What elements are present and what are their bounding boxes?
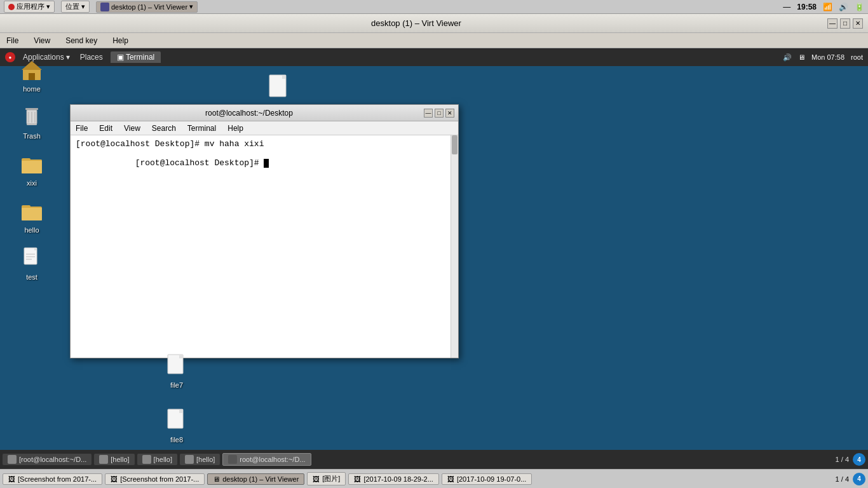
term-edit-menu[interactable]: Edit [97,123,115,133]
terminal-close-btn[interactable]: ✕ [445,109,454,118]
virt-tab-btn[interactable]: desktop (1) – Virt Viewer ▾ [96,1,198,13]
guest-task-terminal-active[interactable]: root@localhost:~/D... [222,453,311,466]
task-label-5: root@localhost:~/D... [240,456,305,463]
term-view-menu[interactable]: View [121,123,143,133]
svg-rect-33 [179,409,183,413]
virt-file-menu[interactable]: File [3,35,22,46]
virt-title: desktop (1) – Virt Viewer [5,18,827,28]
guest-task-hello2[interactable]: [hello] [137,454,177,465]
host-app-menu[interactable]: 应用程序 ▾ [4,1,55,13]
terminal-window[interactable]: root@localhost:~/Desktop — □ ✕ File Edit… [70,104,459,358]
virt-view-menu[interactable]: View [30,35,54,46]
desktop-icon-hello[interactable]: hello [6,196,57,236]
terminal-line-1: [root@localhost Desktop]# mv haha xixi [76,139,453,149]
host-task-label-5: [2017-10-09 18-29-2... [363,475,433,483]
bottom-desktop-icons: file7 file8 [165,353,188,444]
host-minimize-icon: — [783,3,790,11]
scroll-thumb[interactable] [452,135,458,154]
guest-taskbar: [root@localhost:~/D... [hello] [hello] [… [0,450,868,469]
host-task-screenshot4[interactable]: 🖼 [2017-10-09 19-07-0... [442,473,532,485]
host-task-image[interactable]: 🖼 [图片] [307,472,346,485]
task-label-1: [root@localhost:~/D... [19,456,86,463]
host-task-icon-2: 🖼 [111,475,118,483]
host-places-label: 位置 [65,2,79,11]
virt-maximize-btn[interactable]: □ [840,18,850,29]
terminal-line-2: [root@localhost Desktop]# [76,149,453,177]
guest-terminal-tab[interactable]: ▣ Terminal [111,51,161,63]
virt-tab-arrow: ▾ [189,3,193,11]
terminal-body[interactable]: [root@localhost Desktop]# mv haha xixi [… [71,135,458,358]
guest-volume-icon[interactable]: 🔊 [783,53,792,62]
host-clock: 19:58 [797,3,817,11]
virt-sendkey-menu[interactable]: Send key [62,35,101,46]
guest-page-indicator: 1 / 4 [836,456,849,463]
host-app-label: 应用程序 [17,2,44,11]
svg-marker-2 [22,61,42,70]
xixi-folder-icon [19,151,44,177]
guest-display-icon[interactable]: 🖥 [798,53,805,61]
term-search-menu[interactable]: Search [149,123,179,133]
file8-label: file8 [170,436,183,444]
host-task-icon-4: 🖼 [313,475,320,483]
home-icon-label: home [23,85,41,93]
terminal-title: root@localhost:~/Desktop [74,109,424,118]
home-icon [19,57,44,83]
task-icon-4 [185,455,194,464]
guest-desktop[interactable]: ● Applications ▾ Places ▣ Terminal 🔊 [0,48,868,469]
desktop-unnamed-file[interactable] [267,74,292,102]
file7-label: file7 [170,381,183,389]
virt-viewer-window: 应用程序 ▾ 位置 ▾ desktop (1) – Virt Viewer ▾ … [0,0,868,488]
desktop-icon-trash[interactable]: Trash [6,102,57,142]
places-arrow: ▾ [81,3,85,11]
desktop-icon-home[interactable]: home [6,55,57,95]
host-places-menu[interactable]: 位置 ▾ [61,1,90,13]
terminal-minimize-btn[interactable]: — [424,109,433,118]
xixi-icon-label: xixi [27,179,37,187]
desktop-icon-file7[interactable]: file7 [165,353,188,389]
term-terminal-menu[interactable]: Terminal [185,123,219,133]
host-wifi-icon: 📶 [823,3,832,11]
guest-task-terminal1[interactable]: [root@localhost:~/D... [3,454,92,465]
terminal-scrollbar[interactable] [451,135,458,358]
virt-minimize-btn[interactable]: — [827,18,837,29]
host-task-screenshot1[interactable]: 🖼 [Screenshot from 2017-... [3,473,102,485]
vm-content: ● Applications ▾ Places ▣ Terminal 🔊 [0,48,868,469]
guest-user: root [851,53,863,61]
task-icon-5 [228,455,237,464]
virt-close-btn[interactable]: ✕ [853,18,863,29]
host-task-icon-5: 🖼 [354,475,361,483]
task-icon-3 [142,455,151,464]
desktop-icon-xixi[interactable]: xixi [6,149,57,189]
host-task-label-2: [Screenshot from 2017-... [120,475,199,483]
test-file-icon [19,245,44,271]
host-workspace-circle[interactable]: 4 [853,473,865,485]
host-task-icon-3: 🖥 [213,475,220,483]
terminal-icon-small: ▣ [117,53,124,62]
host-task-screenshot2[interactable]: 🖼 [Screenshot from 2017-... [105,473,205,485]
terminal-maximize-btn[interactable]: □ [435,109,444,118]
host-task-label-3: desktop (1) – Virt Viewer [222,475,299,483]
guest-workspace-circle[interactable]: 4 [853,453,865,466]
terminal-menubar: File Edit View Search Terminal Help [71,121,458,135]
host-task-label-1: [Screenshot from 2017-... [18,475,97,483]
guest-task-hello3[interactable]: [hello] [180,454,220,465]
term-file-menu[interactable]: File [73,123,90,133]
host-task-virt[interactable]: 🖥 desktop (1) – Virt Viewer [207,473,304,485]
virt-icon [100,3,109,11]
guest-clock: Mon 07:58 [811,53,844,61]
host-task-label-6: [2017-10-09 19-07-0... [457,475,526,483]
virt-help-menu[interactable]: Help [109,35,132,46]
terminal-titlebar: root@localhost:~/Desktop — □ ✕ [71,105,458,121]
hello-folder-icon [19,198,44,224]
term-help-menu[interactable]: Help [225,123,246,133]
host-task-icon-6: 🖼 [447,475,454,483]
virt-menubar: File View Send key Help [0,33,868,48]
applications-arrow: ▾ [66,53,70,62]
guest-places-menu[interactable]: Places [78,51,105,63]
desktop-icon-file8[interactable]: file8 [165,408,188,444]
guest-task-hello1[interactable]: [hello] [94,454,134,465]
host-task-screenshot3[interactable]: 🖼 [2017-10-09 18-29-2... [348,473,438,485]
trash-icon-label: Trash [23,132,41,140]
host-task-icon-1: 🖼 [8,475,15,483]
desktop-icon-test[interactable]: test [6,243,57,283]
